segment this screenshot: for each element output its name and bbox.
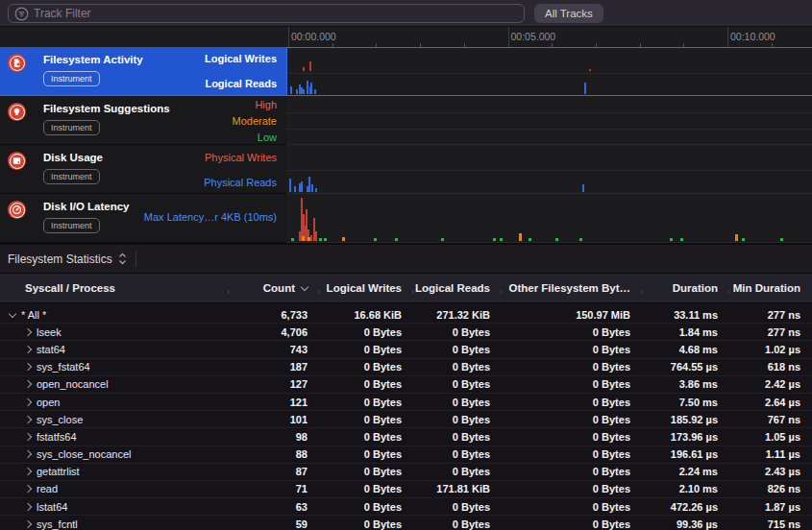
other-filesystem-cell: 0 Bytes <box>502 466 642 477</box>
graph-spike <box>680 238 683 241</box>
count-cell: 98 <box>229 431 319 443</box>
track-title: Disk I/O Latency <box>43 201 129 212</box>
lane-label: Moderate <box>233 115 277 127</box>
duration-cell: 4.68 ms <box>642 344 729 355</box>
track-row-filesystem-suggestions[interactable]: Filesystem SuggestionsInstrumentHighMode… <box>0 96 286 145</box>
column-header-logical-reads[interactable]: Logical Reads <box>413 282 502 294</box>
graph-spike <box>670 238 673 241</box>
disclosure-closed-icon[interactable] <box>24 520 32 528</box>
min-duration-cell: 277 ns <box>729 309 812 321</box>
table-row[interactable]: getattrlist870 Bytes0 Bytes0 Bytes2.24 m… <box>0 464 812 481</box>
disclosure-closed-icon[interactable] <box>24 398 32 405</box>
logical-writes-cell: 0 Bytes <box>319 378 413 390</box>
all-tracks-button[interactable]: All Tracks <box>534 4 603 23</box>
disclosure-closed-icon[interactable] <box>24 346 32 353</box>
track-row-disk-i-o-latency[interactable]: Disk I/O LatencyInstrumentMax Latency…r … <box>0 194 286 243</box>
track-graph-1[interactable] <box>286 47 812 96</box>
graph-spike <box>303 89 305 94</box>
graph-spike <box>311 184 313 192</box>
table-row[interactable]: lseek4,7060 Bytes0 Bytes0 Bytes1.84 ms27… <box>0 324 812 341</box>
table-row[interactable]: sys_close1010 Bytes0 Bytes0 Bytes185.92 … <box>0 411 812 428</box>
statistics-panel: Filesystem Statistics Syscall / Process … <box>0 245 812 530</box>
disclosure-closed-icon[interactable] <box>24 328 32 336</box>
duration-cell: 1.84 ms <box>642 326 729 338</box>
track-list: Filesystem ActivityInstrumentLogical Wri… <box>0 47 286 243</box>
min-duration-cell: 715 ns <box>729 518 812 530</box>
table-row[interactable]: * All *6,73316.68 KiB271.32 KiB150.97 Mi… <box>0 306 812 324</box>
lane-label: Physical Writes <box>205 152 277 163</box>
disclosure-closed-icon[interactable] <box>24 415 32 422</box>
logical-reads-cell: 0 Bytes <box>413 448 502 460</box>
track-filter-input[interactable] <box>34 7 518 20</box>
chevron-up-down-icon[interactable] <box>118 253 127 265</box>
timeline-ruler[interactable]: 00:00.00000:05.00000:10.000 <box>286 27 812 47</box>
syscall-cell: stat64 <box>0 344 229 355</box>
logical-writes-cell: 0 Bytes <box>319 518 413 530</box>
track-row-filesystem-activity[interactable]: Filesystem ActivityInstrumentLogical Wri… <box>0 47 286 96</box>
disclosure-closed-icon[interactable] <box>24 468 32 475</box>
other-filesystem-cell: 0 Bytes <box>502 518 642 530</box>
syscall-cell: sys_close <box>0 414 229 425</box>
graph-spike <box>290 86 292 94</box>
syscall-name: sys_fcntl <box>37 518 78 530</box>
count-cell: 63 <box>229 501 319 513</box>
graph-spike <box>579 238 582 241</box>
track-title: Filesystem Activity <box>43 54 143 65</box>
duration-cell: 3.86 ms <box>642 378 729 390</box>
column-header-count[interactable]: Count <box>229 282 319 294</box>
syscall-cell: read <box>0 483 229 494</box>
table-row[interactable]: open1210 Bytes0 Bytes0 Bytes7.50 ms2.64 … <box>0 394 812 411</box>
detail-view-title: Filesystem Statistics <box>8 253 112 266</box>
logical-writes-cell: 0 Bytes <box>319 326 413 338</box>
track-graph-4[interactable] <box>286 194 812 243</box>
lane-label: Max Latency…r 4KB (10ms) <box>144 211 277 223</box>
column-header-duration[interactable]: Duration <box>642 282 729 294</box>
logical-reads-cell: 171.81 KiB <box>413 483 502 494</box>
table-row[interactable]: stat647430 Bytes0 Bytes0 Bytes4.68 ms1.0… <box>0 341 812 358</box>
table-row[interactable]: read710 Bytes171.81 KiB0 Bytes2.10 ms826… <box>0 481 812 498</box>
table-row[interactable]: sys_fstat641870 Bytes0 Bytes0 Bytes764.5… <box>0 359 812 376</box>
graph-spike <box>395 238 398 241</box>
column-header-other-filesystem-bytes[interactable]: Other Filesystem Byt… <box>502 282 642 294</box>
disclosure-closed-icon[interactable] <box>24 502 32 510</box>
table-row[interactable]: sys_fcntl590 Bytes0 Bytes0 Bytes99.36 µs… <box>0 516 812 530</box>
table-header-row: Syscall / Process Count Logical Writes L… <box>0 274 812 303</box>
ruler-tick <box>288 27 289 47</box>
syscall-cell: sys_fstat64 <box>0 361 229 373</box>
graph-spike <box>291 238 294 241</box>
logical-reads-cell: 0 Bytes <box>413 378 502 390</box>
track-graph-2[interactable] <box>286 96 812 145</box>
table-row[interactable]: fstatfs64980 Bytes0 Bytes0 Bytes173.96 µ… <box>0 428 812 446</box>
track-row-disk-usage[interactable]: Disk UsageInstrumentPhysical WritesPhysi… <box>0 145 286 194</box>
disclosure-closed-icon[interactable] <box>24 433 32 441</box>
graph-spike <box>310 235 312 241</box>
disclosure-open-icon[interactable] <box>9 309 16 317</box>
syscall-name: stat64 <box>37 344 65 355</box>
track-title: Disk Usage <box>43 152 103 163</box>
other-filesystem-cell: 0 Bytes <box>502 483 642 494</box>
logical-reads-cell: 0 Bytes <box>413 397 502 408</box>
track-filter-field[interactable] <box>8 4 525 23</box>
toolbar: All Tracks <box>0 0 812 27</box>
column-header-logical-writes[interactable]: Logical Writes <box>319 282 413 294</box>
disclosure-closed-icon[interactable] <box>24 485 32 493</box>
table-row[interactable]: sys_close_nocancel880 Bytes0 Bytes0 Byte… <box>0 446 812 464</box>
table-row[interactable]: open_nocancel1270 Bytes0 Bytes0 Bytes3.8… <box>0 376 812 394</box>
lane-label: Logical Writes <box>205 53 277 64</box>
track-graph-3[interactable] <box>286 145 812 194</box>
column-header-syscall-process[interactable]: Syscall / Process <box>0 282 229 294</box>
table-row[interactable]: lstat64630 Bytes0 Bytes0 Bytes472.26 µs1… <box>0 498 812 516</box>
logical-reads-cell: 0 Bytes <box>413 518 502 530</box>
disclosure-closed-icon[interactable] <box>24 380 32 388</box>
duration-cell: 472.26 µs <box>642 501 729 513</box>
count-cell: 121 <box>229 397 319 408</box>
count-cell: 87 <box>229 466 319 477</box>
column-header-min-duration[interactable]: Min Duration <box>729 282 812 294</box>
logical-writes-cell: 0 Bytes <box>319 397 413 408</box>
track-graphs[interactable] <box>286 47 812 243</box>
disclosure-closed-icon[interactable] <box>24 450 32 458</box>
syscall-cell: open_nocancel <box>0 378 229 390</box>
count-cell: 743 <box>229 344 319 355</box>
graph-spike <box>742 238 745 241</box>
disclosure-closed-icon[interactable] <box>24 363 32 371</box>
